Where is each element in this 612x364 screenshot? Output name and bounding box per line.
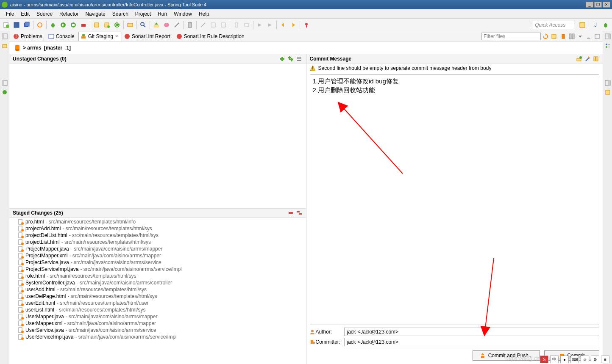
committer-input[interactable]: jack <Jack@123.com> xyxy=(344,338,600,346)
staged-file[interactable]: role.html - src/main/resources/templates… xyxy=(9,273,306,279)
step2-icon[interactable] xyxy=(265,20,275,30)
debug-icon[interactable] xyxy=(48,20,58,30)
staged-file[interactable]: pro.html - src/main/resources/templates/… xyxy=(9,218,306,225)
staged-file[interactable]: userDelPage.html - src/main/resources/te… xyxy=(9,293,306,300)
ime-punct-icon[interactable]: ● xyxy=(560,356,569,363)
back-icon[interactable] xyxy=(278,20,288,30)
staged-file[interactable]: userAdd.html - src/main/resources/templa… xyxy=(9,286,306,293)
unstage-selected-icon[interactable] xyxy=(287,210,294,216)
tb2-icon[interactable] xyxy=(242,20,251,30)
package-explorer-icon[interactable] xyxy=(1,42,8,49)
coverage-icon[interactable] xyxy=(69,20,78,30)
menu-file[interactable]: File xyxy=(3,10,17,18)
presentation-icon[interactable] xyxy=(296,55,303,62)
external-tools-icon[interactable] xyxy=(79,20,88,30)
menu-refactor[interactable]: Refactor xyxy=(56,10,82,18)
relaunch-icon[interactable] xyxy=(35,20,45,30)
java-perspective-icon[interactable]: J xyxy=(591,20,600,30)
refresh-icon[interactable] xyxy=(542,33,549,40)
conn-icon[interactable] xyxy=(185,20,195,30)
staged-file[interactable]: projectAdd.html - src/main/resources/tem… xyxy=(9,225,306,232)
close-button[interactable]: ✕ xyxy=(603,2,610,8)
forward-icon[interactable] xyxy=(289,20,298,30)
menu-help[interactable]: Help xyxy=(195,10,213,18)
ime-b3-icon[interactable]: ⚙ xyxy=(591,356,599,363)
staged-file[interactable]: UserService.java - src/main/java/com/ais… xyxy=(9,327,306,334)
ime-zh-icon[interactable]: 中 xyxy=(550,356,559,363)
staged-list[interactable]: pro.html - src/main/resources/templates/… xyxy=(9,218,306,364)
restore-button[interactable]: ❐ xyxy=(594,2,602,8)
new-class-icon[interactable]: C xyxy=(112,20,122,30)
amend-icon[interactable] xyxy=(576,55,582,62)
staged-file[interactable]: projectDelList.html - src/main/resources… xyxy=(9,232,306,239)
menu-run[interactable]: Run xyxy=(154,10,170,18)
staged-file[interactable]: ProjectService.java - src/main/java/com/… xyxy=(9,259,306,266)
unstage-all-icon[interactable] xyxy=(296,210,303,216)
ime-b2-icon[interactable]: ☺ xyxy=(581,356,589,363)
signoff-icon[interactable] xyxy=(584,55,591,62)
tab-console[interactable]: Console xyxy=(46,32,78,41)
step1-icon[interactable] xyxy=(255,20,264,30)
staged-file[interactable]: userEdit.html - src/main/resources/templ… xyxy=(9,300,306,306)
save-icon[interactable] xyxy=(12,20,21,30)
tab-git-staging[interactable]: Git Staging ✕ xyxy=(78,32,122,41)
staged-file[interactable]: SystemController.java - src/main/java/co… xyxy=(9,279,306,286)
quick-access-input[interactable]: Quick Access xyxy=(532,21,574,29)
staged-file[interactable]: ProjectMapper.java - src/main/java/com/a… xyxy=(9,245,306,252)
close-tab-icon[interactable]: ✕ xyxy=(115,34,118,39)
palette-icon[interactable] xyxy=(162,20,171,30)
add-selected-icon[interactable] xyxy=(279,55,286,62)
staged-file[interactable]: projectList.html - src/main/resources/te… xyxy=(9,239,306,245)
minimize-view-icon[interactable] xyxy=(585,33,593,40)
new-java-icon[interactable] xyxy=(92,20,101,30)
open-type-icon[interactable] xyxy=(125,20,135,30)
pin-icon[interactable] xyxy=(302,20,311,30)
menu-source[interactable]: Source xyxy=(33,10,56,18)
staged-file[interactable]: UserMapper.java - src/main/java/com/aisi… xyxy=(9,313,306,320)
edit2-icon[interactable] xyxy=(209,20,218,30)
restore-left-icon[interactable] xyxy=(1,33,8,40)
ime-b1-icon[interactable]: ⌨ xyxy=(570,356,579,363)
menu-window[interactable]: Window xyxy=(170,10,195,18)
staged-file[interactable]: ProjectServiceImpl.java - src/main/java/… xyxy=(9,266,306,273)
layout-icon[interactable] xyxy=(568,33,576,40)
link-icon[interactable] xyxy=(550,33,558,40)
repo-icon[interactable] xyxy=(559,33,567,40)
ime-b4-icon[interactable]: ≡ xyxy=(601,356,609,363)
staged-file[interactable]: UserServiceImpl.java - src/main/java/com… xyxy=(9,334,306,340)
debug-perspective-icon[interactable] xyxy=(601,20,610,30)
restore-right-icon[interactable] xyxy=(604,33,611,40)
filter-files-input[interactable]: Filter files xyxy=(481,33,541,40)
tab-sonarlint-report[interactable]: SonarLint Report xyxy=(122,32,174,41)
staged-file[interactable]: userList.html - src/main/resources/templ… xyxy=(9,306,306,313)
commit-message-textarea[interactable]: 1.用户管理不能修改id bug修复 2.用户删除回收站功能 xyxy=(310,74,600,325)
staged-file[interactable]: UserMapper.xml - src/main/java/com/aisin… xyxy=(9,320,306,327)
staged-file[interactable]: ProjectMapper.xml - src/main/java/com/ai… xyxy=(9,252,306,259)
search-icon[interactable] xyxy=(139,20,148,30)
edit1-icon[interactable] xyxy=(198,20,208,30)
changeid-icon[interactable]: I xyxy=(593,55,599,62)
import-icon[interactable] xyxy=(152,20,161,30)
menu-edit[interactable]: Edit xyxy=(17,10,33,18)
outline-icon[interactable] xyxy=(604,42,611,49)
restore-left2-icon[interactable] xyxy=(1,80,8,86)
boot-dash-icon[interactable] xyxy=(1,89,8,96)
wand-icon[interactable] xyxy=(172,20,181,30)
other-view-icon[interactable] xyxy=(604,89,611,96)
add-all-icon[interactable] xyxy=(287,55,294,62)
menu-project[interactable]: Project xyxy=(132,10,154,18)
saveall-icon[interactable] xyxy=(22,20,31,30)
edit3-icon[interactable] xyxy=(219,20,228,30)
unstaged-list[interactable] xyxy=(9,63,306,208)
maximize-view-icon[interactable] xyxy=(593,33,601,40)
tab-problems[interactable]: ! Problems xyxy=(11,32,46,41)
new-package-icon[interactable] xyxy=(102,20,111,30)
ime-sogou-icon[interactable]: S xyxy=(540,356,548,363)
menu-search[interactable]: Search xyxy=(109,10,132,18)
open-perspective-icon[interactable] xyxy=(578,20,587,30)
new-icon[interactable] xyxy=(2,20,11,30)
tb1-icon[interactable] xyxy=(232,20,241,30)
menu-navigate[interactable]: Navigate xyxy=(82,10,108,18)
view-menu-icon[interactable] xyxy=(576,33,584,40)
run-icon[interactable] xyxy=(58,20,68,30)
